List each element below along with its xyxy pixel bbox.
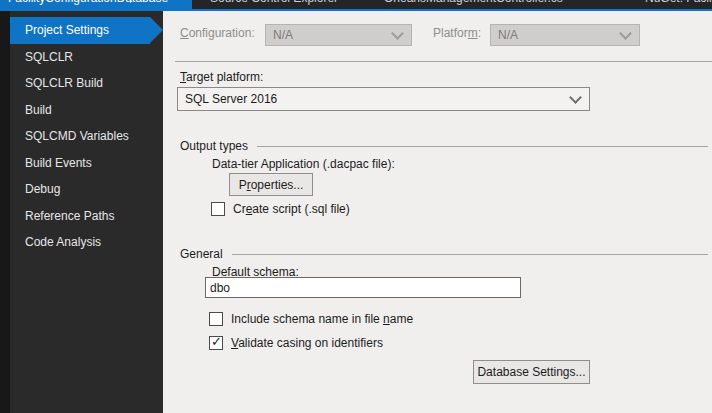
chevron-down-icon <box>569 91 582 104</box>
sidebar-item-code-analysis[interactable]: Code Analysis <box>10 229 163 256</box>
tab-title: FacilityConfigurationDatabase <box>8 0 168 5</box>
validate-casing-row: Validate casing on identifiers <box>209 336 383 350</box>
platform-dropdown: N/A <box>490 24 640 46</box>
validate-casing-label[interactable]: Validate casing on identifiers <box>231 336 383 350</box>
sidebar-item-project-settings[interactable]: Project Settings <box>10 17 163 44</box>
sidebar-item-sqlclr[interactable]: SQLCLR <box>10 44 163 71</box>
output-types-group-header: Output types <box>180 139 708 153</box>
default-schema-input[interactable] <box>205 277 521 298</box>
tab-facilityconfigurationdatabase[interactable]: FacilityConfigurationDatabase × <box>0 0 192 9</box>
chevron-down-icon <box>391 27 404 40</box>
include-schema-label[interactable]: Include schema name in file name <box>231 312 413 326</box>
target-platform-label: Target platform: <box>180 70 263 84</box>
configuration-dropdown: N/A <box>265 24 412 46</box>
sidebar-item-build-events[interactable]: Build Events <box>10 150 163 177</box>
close-icon[interactable]: × <box>148 0 155 9</box>
validate-casing-checkbox[interactable] <box>209 336 223 350</box>
vs-project-properties-window: FacilityConfigurationDatabase × Source C… <box>0 0 712 413</box>
settings-sidebar: Project Settings SQLCLR SQLCLR Build Bui… <box>0 11 163 413</box>
sidebar-item-build[interactable]: Build <box>10 97 163 124</box>
properties-button[interactable]: Properties... <box>229 173 313 196</box>
sidebar-item-sqlcmd-variables[interactable]: SQLCMD Variables <box>10 123 163 150</box>
pin-icon[interactable] <box>126 0 135 5</box>
project-settings-pane: Configuration: N/A Platform: N/A Target … <box>163 11 712 413</box>
target-platform-dropdown[interactable]: SQL Server 2016 <box>177 87 590 111</box>
sidebar-item-sqlclr-build[interactable]: SQLCLR Build <box>10 70 163 97</box>
create-script-label[interactable]: Create script (.sql file) <box>233 202 350 216</box>
sidebar-item-debug[interactable]: Debug <box>10 176 163 203</box>
group-rule <box>257 146 708 147</box>
tab-nuget-facilitycon[interactable]: NuGet: FacilityCon <box>645 0 712 9</box>
general-group-header: General <box>180 247 708 261</box>
create-script-checkbox[interactable] <box>211 202 225 216</box>
configuration-label: Configuration: <box>180 26 255 40</box>
group-rule <box>232 254 708 255</box>
chevron-down-icon <box>619 27 632 40</box>
create-script-row: Create script (.sql file) <box>211 202 350 216</box>
section-divider <box>175 61 712 62</box>
dactier-application-label: Data-tier Application (.dacpac file): <box>212 157 395 171</box>
tab-source-control-explorer[interactable]: Source Control Explorer <box>210 0 338 9</box>
sidebar-item-reference-paths[interactable]: Reference Paths <box>10 203 163 230</box>
include-schema-checkbox[interactable] <box>209 312 223 326</box>
include-schema-row: Include schema name in file name <box>209 312 413 326</box>
document-tab-bar: FacilityConfigurationDatabase × Source C… <box>0 0 712 11</box>
platform-label: Platform: <box>433 26 481 40</box>
database-settings-button[interactable]: Database Settings... <box>473 360 590 384</box>
tab-orleansmanagementcontroller[interactable]: OrleansManagementController.cs <box>384 0 563 9</box>
